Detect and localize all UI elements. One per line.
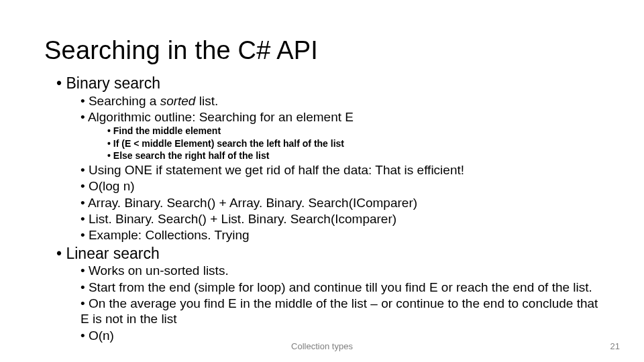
step-find-middle: Find the middle element — [107, 125, 600, 137]
binary-bigO: O(log n) — [80, 178, 600, 194]
binary-heading: Binary search Searching a sorted list. A… — [56, 74, 600, 243]
binary-outline-text: Algorithmic outline: Searching for an el… — [88, 110, 354, 124]
binary-example: Example: Collections. Trying — [80, 227, 600, 243]
step-search-left: If (E < middle Element) search the left … — [107, 137, 600, 149]
linear-start: Start from the end (simple for loop) and… — [80, 280, 600, 295]
binary-sublist: Searching a sorted list. Algorithmic out… — [67, 93, 600, 243]
slide: Searching in the C# API Binary search Se… — [0, 0, 644, 362]
binary-array: Array. Binary. Search() + Array. Binary.… — [80, 195, 600, 210]
linear-sublist: Works on un-sorted lists. Start from the… — [67, 263, 600, 343]
binary-list: List. Binary. Search() + List. Binary. S… — [80, 211, 600, 227]
slide-title: Searching in the C# API — [44, 36, 600, 65]
binary-one-if: Using ONE if statement we get rid of hal… — [80, 162, 600, 178]
binary-sorted-em: sorted — [160, 94, 196, 108]
binary-outline: Algorithmic outline: Searching for an el… — [80, 109, 600, 162]
binary-sorted-post: list. — [195, 94, 218, 108]
bullet-list: Binary search Searching a sorted list. A… — [44, 74, 600, 343]
binary-heading-text: Binary search — [66, 74, 160, 92]
binary-sorted: Searching a sorted list. — [80, 93, 600, 109]
page-number: 21 — [610, 341, 620, 351]
linear-avg: On the average you find E in the middle … — [80, 296, 600, 327]
linear-heading-text: Linear search — [66, 245, 159, 262]
footer-center: Collection types — [0, 341, 644, 351]
binary-steps: Find the middle element If (E < middle E… — [91, 125, 600, 162]
step-search-right: Else search the right half of the list — [107, 149, 600, 162]
binary-sorted-pre: Searching a — [89, 94, 160, 108]
linear-unsorted: Works on un-sorted lists. — [80, 263, 600, 278]
linear-heading: Linear search Works on un-sorted lists. … — [56, 245, 600, 343]
